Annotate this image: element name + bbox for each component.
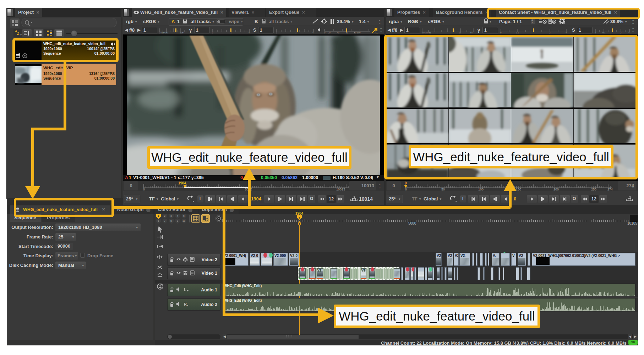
svg-text:0.0156751: 0.0156751 [422, 32, 431, 33]
svg-text:0: 0 [143, 188, 145, 191]
svg-text:10: 10 [459, 32, 461, 33]
svg-text:20: 20 [328, 32, 331, 33]
svg-text:1: 1 [299, 216, 300, 219]
svg-text:5000: 5000 [408, 221, 416, 225]
svg-text:64: 64 [470, 32, 473, 33]
svg-text:150: 150 [516, 188, 521, 191]
svg-text:1084: 1084 [180, 32, 184, 33]
svg-text:80 100: 80 100 [354, 32, 361, 33]
svg-text:0.1: 0.1 [516, 32, 519, 33]
svg-text:250: 250 [591, 188, 596, 191]
svg-text:50: 50 [441, 188, 445, 191]
svg-text:A: A [299, 223, 300, 225]
svg-text:1904: 1904 [295, 212, 304, 215]
svg-text:0: 0 [405, 181, 407, 185]
svg-text:0: 0 [324, 32, 326, 33]
svg-text:1904: 1904 [178, 181, 186, 185]
svg-text:0.1: 0.1 [602, 32, 606, 33]
svg-text:274: 274 [607, 188, 613, 191]
svg-text:10013: 10013 [336, 188, 345, 191]
svg-text:R: R [184, 302, 187, 306]
svg-text:200: 200 [553, 188, 559, 191]
svg-text:60: 60 [346, 32, 348, 33]
svg-text:0.0134251: 0.0134251 [159, 32, 168, 33]
svg-text:40: 40 [337, 32, 339, 33]
svg-text:10185: 10185 [627, 221, 637, 225]
svg-text:0: 0 [405, 188, 407, 191]
svg-text:100: 100 [478, 188, 484, 191]
svg-text:L: L [184, 287, 186, 292]
